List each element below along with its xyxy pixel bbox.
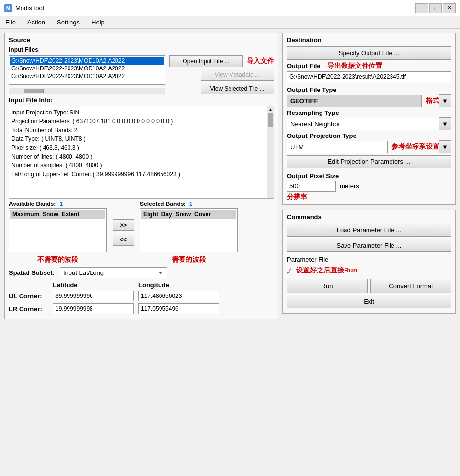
load-param-button[interactable]: Load Parameter File ... [287,224,451,237]
maximize-button[interactable]: □ [429,3,442,13]
output-pixel-size-label: Output Pixel Size [287,172,451,180]
view-selected-tile-button[interactable]: View Selected Tile ... [201,83,274,94]
left-panel: Source Input Files G:\Snow\HDF\2022-2023… [4,33,278,472]
lr-corner-label: LR Corner: [9,305,48,313]
selected-bands-label: Selected Bands: [140,201,185,207]
selected-bands-annotation: 需要的波段 [140,255,238,264]
output-file-label: Output File [287,62,321,69]
info-line-6: Number of samples: ( 4800, 4800 ) [11,161,265,170]
arrow-icon: ↓ [284,264,295,277]
ul-lon-input[interactable] [138,291,219,301]
info-line-2: Total Number of Bands: 2 [11,126,265,135]
pixel-unit: meters [340,182,359,190]
horizontal-scrollbar[interactable] [9,88,165,94]
ul-lat-input[interactable] [53,291,134,301]
main-content: Source Input Files G:\Snow\HDF\2022-2023… [0,29,460,476]
import-annotation: 导入文件 [247,57,274,66]
right-panel: Destination Specify Output File ... Outp… [282,33,456,472]
pixel-size-input[interactable] [287,181,336,192]
output-file-input[interactable] [287,71,451,82]
destination-title: Destination [287,36,451,44]
available-bands-wrapper: Available Bands: 1 Maximum_Snow_Extent 不… [9,201,107,264]
available-band-item-0[interactable]: Maximum_Snow_Extent [10,210,105,219]
commands-group: Commands Load Parameter File ... Save Pa… [282,210,456,314]
spatial-subset-select[interactable]: Input Lat/Long Output Lat/Long Output Pr… [60,267,167,278]
input-file-info-section: Input File Info: Input Projection Type: … [9,96,274,199]
close-button[interactable]: ✕ [443,3,456,13]
run-button[interactable]: Run [287,279,368,293]
selected-bands-list[interactable]: Eight_Day_Snow_Cover [140,208,238,252]
menubar: File Action Settings Help [0,16,460,29]
lr-lat-input[interactable] [53,303,134,314]
titlebar-left: M ModisTool [4,4,44,12]
convert-format-button[interactable]: Convert Format [370,279,451,293]
destination-group: Destination Specify Output File ... Outp… [282,33,456,205]
main-window: M ModisTool — □ ✕ File Action Settings H… [0,0,460,476]
source-title: Source [9,36,274,44]
longitude-col-label: Longitude [138,281,169,289]
output-file-type-annotation: 格式 [426,96,439,105]
menu-settings[interactable]: Settings [55,18,82,27]
minimize-button[interactable]: — [415,3,428,13]
file-buttons: Open Input File ... 导入文件 View Metadata .… [169,55,274,94]
info-line-0: Input Projection Type: SIN [11,108,265,117]
window-title: ModisTool [15,4,44,12]
file-item-2[interactable]: G:\Snow\HDF\2022-2023\MOD10A2.A2022 [10,65,164,72]
titlebar-buttons: — □ ✕ [415,3,456,13]
corners-section: Latitude Longitude UL Corner: LR Corner: [9,281,274,314]
resampling-type-row: Nearest Neighbor ▼ [287,117,451,130]
available-bands-count: 1 [60,201,63,207]
info-line-1: Projection Parameters: ( 6371007.181 0 0… [11,117,265,126]
resampling-type-chevron[interactable]: ▼ [439,117,451,130]
latitude-col-label: Latitude [53,281,134,289]
input-file-info-label: Input File Info: [9,96,274,104]
open-input-file-button[interactable]: Open Input File ... [169,55,243,67]
lr-corner-row: LR Corner: [9,303,274,314]
resampling-type-value: Nearest Neighbor [287,118,439,130]
input-files-list[interactable]: G:\Snow\HDF\2022-2023\MOD10A2.A2022 G:\S… [9,55,165,85]
lr-lon-input[interactable] [138,303,219,314]
selected-bands-wrapper: Selected Bands: 1 Eight_Day_Snow_Cover 需… [140,201,238,264]
output-projection-row: UTM 参考坐标系设置 ▼ [287,140,451,153]
menu-help[interactable]: Help [90,18,107,27]
info-line-3: Data Type: ( UINT8, UINT8 ) [11,135,265,143]
output-file-type-value: GEOTIFF [287,95,422,107]
spatial-subset-row: Spatial Subset: Input Lat/Long Output La… [9,267,274,278]
input-files-title: Input Files [9,46,274,53]
app-icon: M [4,4,12,12]
vertical-scrollbar[interactable]: ▲ [267,106,274,199]
output-file-type-label: Output File Type [287,86,451,93]
menu-action[interactable]: Action [25,18,47,27]
output-file-type-chevron[interactable]: ▼ [439,94,451,107]
save-param-button[interactable]: Save Parameter File ... [287,239,451,252]
file-item-3[interactable]: G:\Snow\HDF\2022-2023\MOD10A2.A2022 [10,72,164,80]
scrollbar-thumb [24,89,44,93]
specify-output-file-button[interactable]: Specify Output File ... [287,46,451,60]
selected-band-item-0[interactable]: Eight_Day_Snow_Cover [141,210,236,219]
param-file-label: Parameter File [287,256,451,263]
commands-title: Commands [287,213,451,221]
exit-button[interactable]: Exit [287,295,451,308]
band-arrows: >> << [110,201,137,264]
input-files-section: G:\Snow\HDF\2022-2023\MOD10A2.A2022 G:\S… [9,55,274,94]
spatial-subset-label: Spatial Subset: [9,269,55,276]
pixel-annotation: 分辨率 [287,193,451,202]
info-line-5: Number of lines: ( 4800, 4800 ) [11,152,265,161]
add-band-button[interactable]: >> [113,219,134,231]
available-bands-label: Available Bands: [9,201,56,207]
edit-projection-button[interactable]: Edit Projection Parameters ... [287,155,451,168]
file-item-1[interactable]: G:\Snow\HDF\2022-2023\MOD10A2.A2022 [10,57,164,65]
vscroll-thumb [268,113,273,127]
output-file-type-row: GEOTIFF 格式 ▼ [287,94,451,107]
output-projection-chevron[interactable]: ▼ [439,140,451,153]
available-bands-annotation: 不需要的波段 [9,255,107,264]
exit-btn-row: Exit [287,295,451,310]
info-line-7: Lat/Long of Upper-Left Corner: ( 39.9999… [11,170,265,179]
available-bands-list[interactable]: Maximum_Snow_Extent [9,208,107,252]
run-convert-buttons: Run Convert Format [287,279,451,293]
view-metadata-button[interactable]: View Metadata ... [201,69,274,81]
menu-file[interactable]: File [3,18,18,27]
output-projection-value: UTM [287,141,388,153]
run-annotation-row: ↓ 设置好之后直接Run [287,264,451,277]
remove-band-button[interactable]: << [113,234,134,246]
